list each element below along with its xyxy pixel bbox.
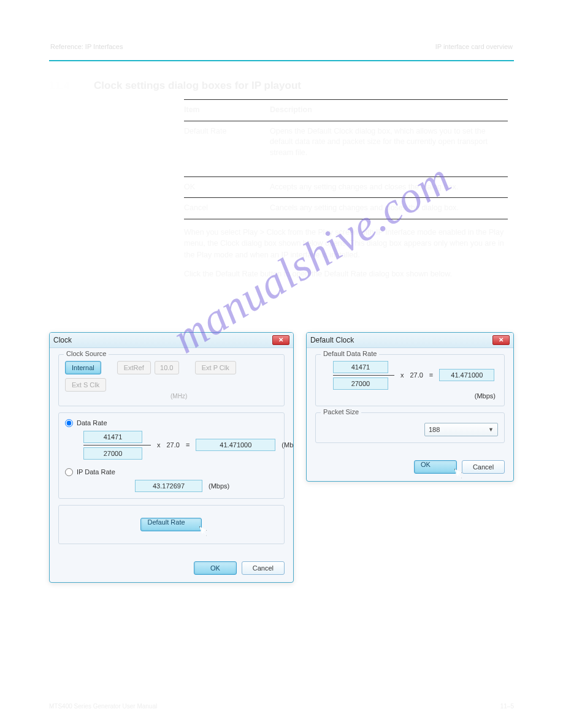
default-multiplier: 27.0 xyxy=(410,371,423,379)
running-head-right: IP interface card overview xyxy=(435,43,513,50)
clock-dialog: Clock ✕ Clock Source Internal ExtRef 10.… xyxy=(49,332,294,583)
default-data-rate-label: Default Data Rate xyxy=(321,350,379,357)
table-rule-bottom xyxy=(184,219,508,219)
explanatory-paragraph-1: When you select Play > Clock from the Pl… xyxy=(184,227,508,261)
result-input[interactable] xyxy=(196,439,275,451)
equals-symbol: = xyxy=(186,441,190,449)
row3-desc: Cancels any setting changes and closes t… xyxy=(270,203,508,214)
ok-button[interactable]: OK xyxy=(194,561,237,575)
section-title: Clock settings dialog boxes for IP playo… xyxy=(94,80,301,92)
ip-data-rate-label: IP Data Rate xyxy=(77,468,115,476)
default-clock-dialog: Default Clock ✕ Default Data Rate x 27.0… xyxy=(306,332,514,482)
internal-button[interactable]: Internal xyxy=(65,361,101,374)
mult-symbol: x xyxy=(400,371,404,379)
default-mbps-label: (Mbps) xyxy=(322,392,498,400)
default-cancel-button[interactable]: Cancel xyxy=(462,460,505,474)
numerator-input[interactable] xyxy=(83,431,142,443)
fraction-line xyxy=(333,375,394,376)
ip-mbps-label: (Mbps) xyxy=(209,482,229,490)
extref-button[interactable]: ExtRef xyxy=(117,361,151,374)
row2-item: OK xyxy=(184,182,270,193)
footer-left: MTS400 Series Generator User Manual xyxy=(49,703,157,710)
default-numerator-input[interactable] xyxy=(333,361,388,373)
cancel-button[interactable]: Cancel xyxy=(242,561,285,575)
fraction-line xyxy=(83,445,151,446)
row1-desc: Opens the Default Clock dialog box, whic… xyxy=(270,126,508,172)
default-denominator-input[interactable] xyxy=(333,377,388,390)
ip-rate-input[interactable] xyxy=(135,480,202,492)
section-number: 11.4 xyxy=(49,80,69,92)
packet-size-label: Packet Size xyxy=(321,408,361,415)
packet-size-value: 188 xyxy=(429,426,440,433)
clock-source-label: Clock Source xyxy=(64,350,109,357)
data-rate-label: Data Rate xyxy=(77,419,107,427)
multiplier-value: 27.0 xyxy=(167,441,180,449)
mhz-label: (MHz) xyxy=(170,393,278,400)
ext-s-clk-button[interactable]: Ext S Clk xyxy=(65,378,106,392)
denominator-input[interactable] xyxy=(83,447,142,460)
default-result-input[interactable] xyxy=(439,369,494,381)
footer-right: 11–5 xyxy=(500,703,514,710)
default-clock-title: Default Clock xyxy=(310,336,354,344)
mbps-label: (Mbps) xyxy=(282,441,294,449)
mult-symbol: x xyxy=(157,441,161,449)
clock-dialog-title: Clock xyxy=(53,336,72,344)
running-head-left: Reference: IP Interfaces xyxy=(50,43,123,50)
data-rate-radio[interactable] xyxy=(65,419,73,427)
default-ok-button[interactable]: OK xyxy=(414,460,457,474)
close-icon[interactable]: ✕ xyxy=(272,335,289,345)
ext-p-clk-button[interactable]: Ext P Clk xyxy=(195,361,236,374)
chevron-down-icon: ▼ xyxy=(488,427,494,433)
row2-desc: Accepts any setting changes and closes t… xyxy=(270,182,508,193)
explanatory-paragraph-2: Click the Default Rate button to open th… xyxy=(184,268,508,280)
ip-data-rate-radio[interactable] xyxy=(65,468,73,476)
freq-button[interactable]: 10.0 xyxy=(155,361,179,374)
header-divider xyxy=(49,60,514,61)
row3-item: Cancel xyxy=(184,203,270,214)
close-icon[interactable]: ✕ xyxy=(492,335,510,345)
equals-symbol: = xyxy=(429,371,433,379)
row1-item: Default Rate xyxy=(184,126,270,172)
packet-size-select[interactable]: 188 ▼ xyxy=(424,423,498,436)
default-rate-button[interactable]: Default Rate xyxy=(140,518,202,531)
th-desc: Description xyxy=(270,105,508,116)
th-item: Item xyxy=(184,105,270,116)
